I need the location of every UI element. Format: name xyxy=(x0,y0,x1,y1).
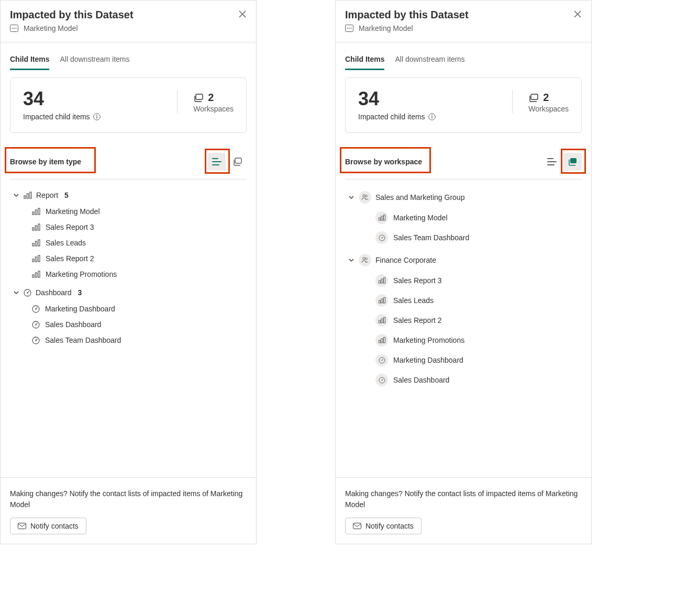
tree-parent-count: 5 xyxy=(64,191,69,199)
tree-item[interactable]: Sales Team Dashboard xyxy=(345,228,582,248)
report-icon xyxy=(32,239,40,247)
stats-card: 34 Impacted child items 2 Workspaces xyxy=(10,77,247,133)
svg-rect-8 xyxy=(235,158,241,163)
report-icon xyxy=(32,223,40,231)
svg-rect-24 xyxy=(32,275,34,277)
close-button[interactable] xyxy=(238,10,247,18)
tree-item[interactable]: Sales Report 2 xyxy=(10,251,247,266)
tree-item[interactable]: Sales Leads xyxy=(10,235,247,251)
svg-point-32 xyxy=(35,324,37,326)
svg-rect-55 xyxy=(381,279,383,283)
dashboard-icon xyxy=(32,321,40,329)
browse-label: Browse by item type xyxy=(10,158,81,166)
subtitle-text: Marketing Model xyxy=(24,24,78,32)
footer-text: Making changes? Notify the contact lists… xyxy=(10,488,247,510)
workspace-view-icon xyxy=(568,158,578,166)
view-by-workspace-button[interactable] xyxy=(564,153,582,171)
svg-rect-49 xyxy=(383,215,385,221)
workspaces-icon xyxy=(193,94,204,102)
tree-item[interactable]: Marketing Model xyxy=(10,204,247,219)
tree-item[interactable]: Marketing Model xyxy=(345,208,582,228)
list-icon xyxy=(212,158,221,165)
tree-group-workspace: Sales and Marketing Group Marketing Mode… xyxy=(345,187,582,248)
tree: Sales and Marketing Group Marketing Mode… xyxy=(336,180,591,477)
info-icon[interactable] xyxy=(93,113,101,120)
report-icon xyxy=(375,211,388,224)
svg-point-3 xyxy=(16,28,17,29)
tree-item[interactable]: Sales Team Dashboard xyxy=(10,332,247,348)
tree-parent-dashboard[interactable]: Dashboard 3 xyxy=(10,284,247,301)
tree-parent-workspace[interactable]: Sales and Marketing Group xyxy=(345,187,582,208)
panel-header: Impacted by this Dataset Marketing Model xyxy=(336,1,591,42)
svg-rect-60 xyxy=(379,320,380,323)
tree-item[interactable]: Marketing Dashboard xyxy=(10,301,247,317)
tree-parent-workspace[interactable]: Finance Corporate xyxy=(345,250,582,271)
view-by-type-button[interactable] xyxy=(543,153,561,171)
svg-rect-14 xyxy=(38,208,40,215)
svg-rect-63 xyxy=(379,340,380,343)
tree-item[interactable]: Marketing Promotions xyxy=(345,330,582,350)
dashboard-icon xyxy=(32,337,40,344)
svg-point-41 xyxy=(431,115,433,116)
svg-rect-16 xyxy=(36,226,37,230)
view-toggle xyxy=(208,153,247,171)
svg-rect-44 xyxy=(570,158,577,163)
tree-item[interactable]: Sales Dashboard xyxy=(345,370,582,390)
tree-parent-report[interactable]: Report 5 xyxy=(10,187,247,204)
tab-child-items[interactable]: Child Items xyxy=(10,55,49,70)
report-icon xyxy=(375,274,388,287)
view-by-workspace-button[interactable] xyxy=(229,153,247,171)
report-icon xyxy=(375,334,388,346)
svg-point-5 xyxy=(96,115,97,116)
footer-text: Making changes? Notify the contact lists… xyxy=(345,488,582,510)
tree-item[interactable]: Marketing Promotions xyxy=(10,266,247,282)
view-by-type-button[interactable] xyxy=(208,153,226,171)
tree-item[interactable]: Sales Leads xyxy=(345,290,582,310)
dashboard-icon xyxy=(24,289,31,297)
stat-impacted: 34 Impacted child items xyxy=(23,89,101,121)
info-icon[interactable] xyxy=(428,113,436,120)
notify-contacts-button[interactable]: Notify contacts xyxy=(10,518,86,534)
tree-item[interactable]: Sales Dashboard xyxy=(10,317,247,332)
svg-rect-35 xyxy=(18,523,26,529)
tab-downstream[interactable]: All downstream items xyxy=(60,55,129,70)
svg-rect-19 xyxy=(36,241,37,246)
svg-point-37 xyxy=(347,28,348,29)
svg-point-28 xyxy=(27,292,28,294)
stat-workspaces-label: Workspaces xyxy=(193,105,234,113)
panel-subtitle: Marketing Model xyxy=(345,24,582,32)
svg-rect-13 xyxy=(36,210,37,215)
report-icon xyxy=(24,192,32,199)
svg-rect-12 xyxy=(32,212,34,215)
svg-rect-23 xyxy=(38,255,40,262)
svg-point-69 xyxy=(381,379,382,380)
notify-contacts-button[interactable]: Notify contacts xyxy=(345,518,422,534)
svg-point-38 xyxy=(349,28,350,29)
svg-rect-25 xyxy=(36,273,37,277)
svg-rect-48 xyxy=(381,216,383,220)
svg-rect-43 xyxy=(531,94,538,99)
svg-point-1 xyxy=(12,28,13,29)
tree-item[interactable]: Marketing Dashboard xyxy=(345,350,582,370)
svg-rect-18 xyxy=(32,243,34,246)
tab-downstream[interactable]: All downstream items xyxy=(395,55,464,70)
tree-parent-label: Sales and Marketing Group xyxy=(375,193,464,201)
svg-point-53 xyxy=(365,258,368,260)
tree-group-report: Report 5 Marketing Model Sales Report 3 … xyxy=(10,187,247,282)
svg-point-30 xyxy=(35,308,37,310)
svg-rect-20 xyxy=(38,240,40,246)
browse-row: Browse by workspace xyxy=(345,153,582,180)
svg-rect-64 xyxy=(381,339,383,343)
tree-item[interactable]: Sales Report 2 xyxy=(345,310,582,330)
dataset-icon xyxy=(345,25,353,32)
tree-item[interactable]: Sales Report 3 xyxy=(10,219,247,235)
svg-rect-47 xyxy=(379,218,380,220)
tab-child-items[interactable]: Child Items xyxy=(345,55,384,70)
close-button[interactable] xyxy=(573,10,582,18)
stat-impacted: 34 Impacted child items xyxy=(358,89,436,121)
tree-item[interactable]: Sales Report 3 xyxy=(345,271,582,290)
report-icon xyxy=(375,294,388,307)
svg-rect-7 xyxy=(196,94,203,99)
close-icon xyxy=(238,10,247,18)
svg-point-51 xyxy=(381,237,382,238)
